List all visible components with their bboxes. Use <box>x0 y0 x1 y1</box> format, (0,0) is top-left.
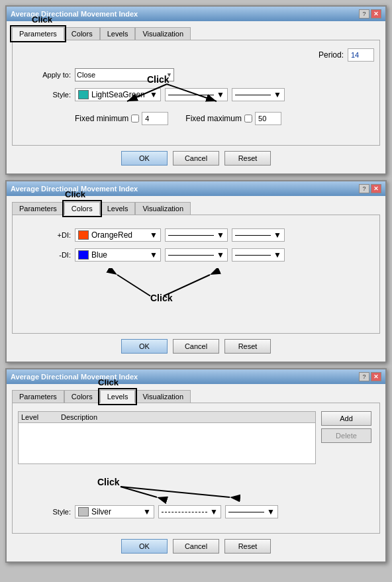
pdi-line-preview-a <box>168 235 214 236</box>
svg-line-9 <box>164 275 210 296</box>
style-row-3: Style: Silver ▼ ▼ ▼ <box>18 505 374 518</box>
close-button-3[interactable]: ✕ <box>371 372 381 381</box>
dialog-content-2: Click Parameters Colors Levels Visualiza… <box>7 196 385 362</box>
help-button-1[interactable]: ? <box>359 9 369 19</box>
ok-button-1[interactable]: OK <box>121 151 168 166</box>
tab-panel-2: +DI: OrangeRed ▼ ▼ ▼ -DI: <box>12 215 380 334</box>
style-line-arrow-3a-icon: ▼ <box>210 507 218 516</box>
tab-parameters-3[interactable]: Parameters <box>12 390 64 403</box>
delete-button[interactable]: Delete <box>321 428 371 443</box>
mdi-line-style-a[interactable]: ▼ <box>165 248 228 262</box>
mdi-line-preview-b <box>235 255 271 256</box>
tab-visualization-1[interactable]: Visualization <box>135 27 191 40</box>
tab-colors-2[interactable]: Colors <box>64 202 100 215</box>
style-color-name-3: Silver <box>91 507 111 516</box>
fixed-row: Fixed minimum Fixed maximum <box>18 112 374 125</box>
ok-button-3[interactable]: OK <box>121 539 168 554</box>
tab-levels-3[interactable]: Levels <box>100 390 136 403</box>
titlebar-buttons-1: ? ✕ <box>359 9 381 19</box>
dialog-content-3: Click Parameters Colors Levels Visualiza… <box>7 384 385 561</box>
reset-button-1[interactable]: Reset <box>224 151 271 166</box>
mdi-line-arrow-a-icon: ▼ <box>217 250 224 260</box>
levels-right: Add Delete <box>321 411 374 469</box>
pdi-line-style-a[interactable]: ▼ <box>165 228 228 242</box>
tab-parameters-2[interactable]: Parameters <box>12 202 64 215</box>
reset-button-3[interactable]: Reset <box>224 539 271 554</box>
mdi-line-arrow-b-icon: ▼ <box>273 250 281 260</box>
style-label-3: Style: <box>18 508 71 516</box>
line-style-1b[interactable]: ▼ <box>232 88 285 101</box>
tab-panel-3: Level Description Add Delete <box>12 403 380 534</box>
arrows-container-2: Click <box>18 268 374 308</box>
color-selector-1[interactable]: LightSeaGreen ▼ <box>75 88 161 101</box>
pdi-label: +DI: <box>18 231 71 239</box>
help-button-3[interactable]: ? <box>359 372 369 381</box>
annotation-click-3: Click <box>98 377 119 387</box>
dialog-title-1: Average Directional Movement Index <box>11 10 138 18</box>
style-color-swatch-3 <box>78 507 89 516</box>
tabs-3: Parameters Colors Levels Visualization <box>12 389 380 403</box>
pdi-color-arrow-icon: ▼ <box>150 230 158 240</box>
tab-colors-1[interactable]: Colors <box>64 27 100 40</box>
line-preview-1a <box>168 95 214 95</box>
line-arrow-1b-icon: ▼ <box>273 90 281 99</box>
cancel-button-2[interactable]: Cancel <box>173 339 219 354</box>
period-input[interactable] <box>348 48 374 62</box>
apply-label: Apply to: <box>18 71 71 79</box>
mdi-row: -DI: Blue ▼ ▼ ▼ <box>18 248 374 262</box>
style-line-dashed-3[interactable]: ▼ <box>158 505 221 518</box>
levels-style-area: Click Style: Silver ▼ ▼ <box>18 472 374 518</box>
add-button[interactable]: Add <box>321 411 371 426</box>
style-line-arrow-3b-icon: ▼ <box>267 507 275 516</box>
mdi-color-selector[interactable]: Blue ▼ <box>75 248 161 262</box>
levels-table-header: Level Description <box>19 412 315 423</box>
tab-visualization-2[interactable]: Visualization <box>135 202 191 215</box>
tabs-2: Parameters Colors Levels Visualization <box>12 201 380 215</box>
tab-parameters-1[interactable]: Parameters <box>12 27 64 40</box>
annotation-click-1: Click <box>32 15 52 24</box>
pdi-line-arrow-a-icon: ▼ <box>217 230 224 240</box>
buttons-row-2: OK Cancel Reset <box>12 334 380 356</box>
close-button-2[interactable]: ✕ <box>371 184 381 193</box>
fixed-min-checkbox[interactable] <box>131 115 139 122</box>
tab-levels-1[interactable]: Levels <box>100 27 136 40</box>
col-level: Level <box>21 413 61 421</box>
pdi-color-selector[interactable]: OrangeRed ▼ <box>75 228 161 242</box>
cancel-button-1[interactable]: Cancel <box>173 151 219 166</box>
mdi-color-arrow-icon: ▼ <box>150 250 158 260</box>
close-button-1[interactable]: ✕ <box>371 9 381 19</box>
dialog-3: Average Directional Movement Index ? ✕ C… <box>5 368 387 563</box>
style-color-selector-3[interactable]: Silver ▼ <box>75 505 154 518</box>
fixed-max-checkbox[interactable] <box>244 115 252 122</box>
tab-colors-3[interactable]: Colors <box>64 390 100 403</box>
cancel-button-3[interactable]: Cancel <box>173 539 219 554</box>
apply-select[interactable]: Close ▼ <box>75 68 174 81</box>
pdi-color-name: OrangeRed <box>91 230 132 240</box>
mdi-color-name: Blue <box>91 250 107 260</box>
mdi-line-style-b[interactable]: ▼ <box>232 248 285 262</box>
style-line-width-3[interactable]: ▼ <box>225 505 278 518</box>
fixed-min-input[interactable] <box>142 112 168 125</box>
titlebar-buttons-2: ? ✕ <box>359 184 381 193</box>
fixed-max-label: Fixed maximum <box>185 114 242 123</box>
style-color-arrow-3-icon: ▼ <box>143 507 151 516</box>
pdi-line-arrow-b-icon: ▼ <box>273 230 281 240</box>
dialog-1: Average Directional Movement Index ? ✕ C… <box>5 5 387 175</box>
ok-button-2[interactable]: OK <box>121 339 168 354</box>
reset-button-2[interactable]: Reset <box>224 339 271 354</box>
apply-arrow-icon: ▼ <box>166 72 172 78</box>
titlebar-1: Average Directional Movement Index ? ✕ <box>7 7 385 21</box>
fixed-max-input[interactable] <box>255 112 281 125</box>
pdi-line-style-b[interactable]: ▼ <box>232 228 285 242</box>
help-button-2[interactable]: ? <box>359 184 369 193</box>
pdi-line-preview-b <box>235 235 271 236</box>
line-style-1a[interactable]: ▼ <box>165 88 228 101</box>
tab-panel-1: Period: Apply to: Close ▼ Style: LightSe… <box>12 40 380 146</box>
tab-visualization-3[interactable]: Visualization <box>135 390 191 403</box>
levels-left: Level Description <box>18 411 316 469</box>
titlebar-2: Average Directional Movement Index ? ✕ <box>7 181 385 196</box>
dialog-content-1: Click Parameters Colors Levels Visualiza… <box>7 21 385 173</box>
tab-levels-2[interactable]: Levels <box>100 202 136 215</box>
color-arrow-icon: ▼ <box>150 90 158 99</box>
titlebar-buttons-3: ? ✕ <box>359 372 381 381</box>
